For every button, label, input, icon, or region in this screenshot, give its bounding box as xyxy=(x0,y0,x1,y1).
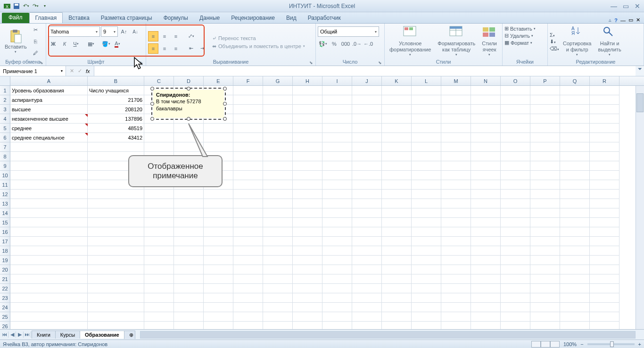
select-all-corner[interactable] xyxy=(0,76,10,85)
paste-button[interactable]: Вставить▾ xyxy=(2,28,30,55)
cell-C23[interactable] xyxy=(144,293,174,303)
cell-M9[interactable] xyxy=(441,161,471,171)
cell-P22[interactable] xyxy=(530,284,560,293)
autosum-button[interactable]: Σ▾ xyxy=(550,32,559,38)
decrease-font-icon[interactable]: A↓ xyxy=(130,26,140,37)
cell-O25[interactable] xyxy=(501,312,530,322)
cell-P16[interactable] xyxy=(530,227,560,237)
cell-L18[interactable] xyxy=(412,246,441,256)
cell-H5[interactable] xyxy=(293,124,322,133)
decrease-indent-button[interactable]: ⇤ xyxy=(186,43,196,54)
cell-L1[interactable] xyxy=(412,86,441,95)
row-header-15[interactable]: 15 xyxy=(0,218,10,227)
cell-O1[interactable] xyxy=(501,86,530,95)
cell-Q23[interactable] xyxy=(560,293,590,303)
cell-K9[interactable] xyxy=(382,161,412,171)
cell-R9[interactable] xyxy=(590,161,619,171)
cell-F2[interactable] xyxy=(233,95,263,105)
cell-O20[interactable] xyxy=(501,265,530,274)
cell-I26[interactable] xyxy=(322,322,352,329)
copy-button[interactable]: ⎘ xyxy=(31,36,41,47)
cell-K14[interactable] xyxy=(382,208,412,218)
name-box[interactable]: Примечание 1▾ xyxy=(0,66,66,76)
cell-P24[interactable] xyxy=(530,303,560,312)
cell-F1[interactable] xyxy=(233,86,263,95)
cell-L16[interactable] xyxy=(412,227,441,237)
cell-N4[interactable] xyxy=(471,114,501,124)
cell-G21[interactable] xyxy=(263,274,293,284)
cell-Q12[interactable] xyxy=(560,190,590,199)
column-header-C[interactable]: C xyxy=(144,76,174,85)
column-header-R[interactable]: R xyxy=(590,76,619,85)
cell-B15[interactable] xyxy=(88,218,144,227)
column-header-M[interactable]: M xyxy=(441,76,471,85)
cell-N7[interactable] xyxy=(471,142,501,152)
cell-E25[interactable] xyxy=(204,312,233,322)
cell-R11[interactable] xyxy=(590,180,619,190)
cell-E20[interactable] xyxy=(204,265,233,274)
cell-N15[interactable] xyxy=(471,218,501,227)
cell-A11[interactable] xyxy=(10,180,88,190)
cell-P23[interactable] xyxy=(530,293,560,303)
cell-I13[interactable] xyxy=(322,199,352,208)
cell-R1[interactable] xyxy=(590,86,619,95)
column-header-B[interactable]: B xyxy=(88,76,144,85)
cell-P9[interactable] xyxy=(530,161,560,171)
cell-P1[interactable] xyxy=(530,86,560,95)
cell-D26[interactable] xyxy=(174,322,204,329)
cell-Q22[interactable] xyxy=(560,284,590,293)
row-header-20[interactable]: 20 xyxy=(0,265,10,274)
cell-O16[interactable] xyxy=(501,227,530,237)
cell-E18[interactable] xyxy=(204,246,233,256)
cell-N22[interactable] xyxy=(471,284,501,293)
cell-I21[interactable] xyxy=(322,274,352,284)
cell-M20[interactable] xyxy=(441,265,471,274)
orientation-button[interactable]: ⤢▾ xyxy=(186,31,196,41)
cell-R3[interactable] xyxy=(590,105,619,114)
font-launcher[interactable]: ⬊ xyxy=(140,60,143,65)
cell-G19[interactable] xyxy=(263,256,293,265)
column-header-Q[interactable]: Q xyxy=(560,76,590,85)
comma-button[interactable]: 000 xyxy=(340,39,351,49)
cell-F15[interactable] xyxy=(233,218,263,227)
cell-D13[interactable] xyxy=(174,199,204,208)
cell-N5[interactable] xyxy=(471,124,501,133)
cell-R2[interactable] xyxy=(590,95,619,105)
cell-C5[interactable] xyxy=(144,124,174,133)
insert-cells-button[interactable]: ⊞Вставить▾ xyxy=(504,25,536,32)
cell-I19[interactable] xyxy=(322,256,352,265)
cell-O13[interactable] xyxy=(501,199,530,208)
cell-P12[interactable] xyxy=(530,190,560,199)
row-header-18[interactable]: 18 xyxy=(0,246,10,256)
cell-J21[interactable] xyxy=(352,274,382,284)
cell-P20[interactable] xyxy=(530,265,560,274)
cell-O4[interactable] xyxy=(501,114,530,124)
cell-Q15[interactable] xyxy=(560,218,590,227)
cell-J6[interactable] xyxy=(352,133,382,142)
sort-filter-button[interactable]: AЯ Сортировка и фильтр▾ xyxy=(560,25,594,58)
cell-R23[interactable] xyxy=(590,293,619,303)
cell-L4[interactable] xyxy=(412,114,441,124)
cell-A22[interactable] xyxy=(10,284,88,293)
cell-B23[interactable] xyxy=(88,293,144,303)
cell-K12[interactable] xyxy=(382,190,412,199)
cell-J11[interactable] xyxy=(352,180,382,190)
cell-J1[interactable] xyxy=(352,86,382,95)
cell-K6[interactable] xyxy=(382,133,412,142)
cell-M6[interactable] xyxy=(441,133,471,142)
cell-L14[interactable] xyxy=(412,208,441,218)
cell-I10[interactable] xyxy=(322,171,352,180)
column-header-L[interactable]: L xyxy=(412,76,441,85)
cell-I18[interactable] xyxy=(322,246,352,256)
cell-A15[interactable] xyxy=(10,218,88,227)
cell-I7[interactable] xyxy=(322,142,352,152)
clipboard-launcher[interactable]: ⬊ xyxy=(40,60,43,65)
column-header-F[interactable]: F xyxy=(233,76,263,85)
cell-M14[interactable] xyxy=(441,208,471,218)
cell-N12[interactable] xyxy=(471,190,501,199)
cell-M11[interactable] xyxy=(441,180,471,190)
cell-H25[interactable] xyxy=(293,312,322,322)
cell-J19[interactable] xyxy=(352,256,382,265)
cell-H1[interactable] xyxy=(293,86,322,95)
cell-M15[interactable] xyxy=(441,218,471,227)
